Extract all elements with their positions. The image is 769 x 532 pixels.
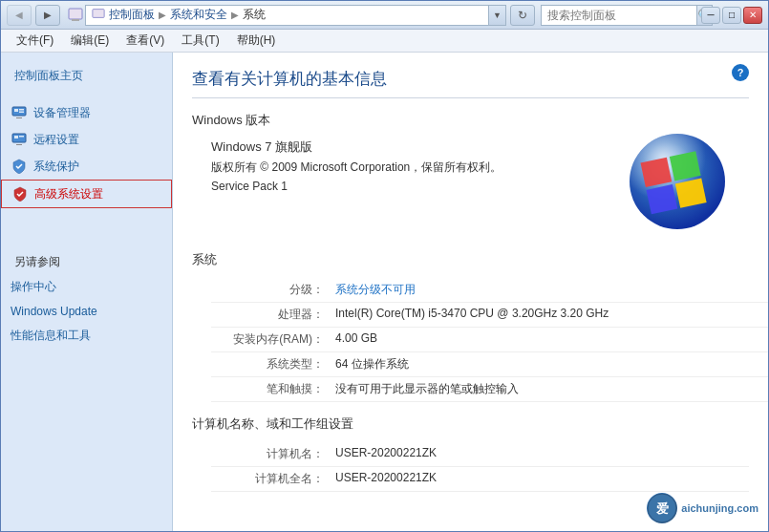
path-sep-1: ▶ <box>159 10 166 20</box>
svg-rect-11 <box>16 144 22 145</box>
windows-logo <box>625 129 730 234</box>
table-row: 系统类型： 64 位操作系统 <box>211 352 768 377</box>
device-manager-label: 设备管理器 <box>33 105 91 121</box>
search-bar: 🔍 <box>541 5 694 26</box>
label-touch: 笔和触摸： <box>211 381 335 397</box>
system-table: 分级： 系统分级不可用 处理器： Intel(R) Core(TM) i5-34… <box>211 278 768 402</box>
minimize-button[interactable]: ─ <box>701 7 720 24</box>
help-icon[interactable]: ? <box>732 64 749 81</box>
forward-button[interactable]: ▶ <box>35 5 60 26</box>
path-sep-2: ▶ <box>231 10 239 20</box>
address-path[interactable]: 控制面板 ▶ 系统和安全 ▶ 系统 <box>85 5 489 26</box>
back-button[interactable]: ◀ <box>7 5 32 26</box>
sidebar-home-link[interactable]: 控制面板主页 <box>1 62 172 90</box>
sidebar-other-section: 另请参阅 操作中心 Windows Update 性能信息和工具 <box>1 245 172 349</box>
search-input[interactable] <box>541 5 696 26</box>
sidebar-other-label: 另请参阅 <box>1 245 172 274</box>
content-area: ? 查看有关计算机的基本信息 Windows 版本 Windows 7 旗舰版 … <box>173 53 768 531</box>
system-protection-icon <box>11 158 28 175</box>
value-compfullname: USER-20200221ZK <box>335 471 749 484</box>
label-cpu: 处理器： <box>211 307 335 323</box>
action-center-label: 操作中心 <box>11 279 56 295</box>
menu-help[interactable]: 帮助(H) <box>229 31 284 51</box>
value-rating[interactable]: 系统分级不可用 <box>335 282 768 298</box>
version-copy: 版权所有 © 2009 Microsoft Corporation，保留所有权利… <box>211 160 502 176</box>
watermark: 爱 aichunjing.com <box>647 493 758 523</box>
path-part-3[interactable]: 系统 <box>243 7 266 23</box>
address-icon <box>66 6 85 25</box>
nav-buttons: ◀ ▶ <box>7 5 60 26</box>
remote-settings-icon <box>11 131 28 148</box>
windows-update-label: Windows Update <box>11 305 97 318</box>
system-section: 系统 分级： 系统分级不可用 处理器： Intel(R) Core(TM) i5… <box>192 251 749 402</box>
sidebar-section-main: 设备管理器 远程设置 系统保护 <box>1 99 172 208</box>
title-bar: ◀ ▶ 控制面板 ▶ 系统和安全 ▶ 系统 ▼ ↻ 🔍 <box>1 1 768 30</box>
value-ram: 4.00 GB <box>335 331 768 345</box>
svg-rect-9 <box>14 136 18 138</box>
advanced-settings-icon <box>11 185 29 202</box>
refresh-button[interactable]: ↻ <box>510 5 535 26</box>
svg-rect-6 <box>19 112 24 114</box>
sidebar-item-advanced-settings[interactable]: 高级系统设置 <box>1 180 172 208</box>
svg-rect-4 <box>14 109 18 112</box>
path-icon <box>92 7 105 23</box>
sidebar-item-device-manager[interactable]: 设备管理器 <box>1 99 172 126</box>
menu-tools[interactable]: 工具(T) <box>174 31 226 51</box>
table-row: 计算机名： USER-20200221ZK <box>211 442 749 467</box>
system-protection-label: 系统保护 <box>33 159 79 175</box>
device-manager-icon <box>11 104 28 121</box>
sidebar-item-perf-info[interactable]: 性能信息和工具 <box>1 323 172 349</box>
page-title: 查看有关计算机的基本信息 <box>192 68 749 98</box>
menu-file[interactable]: 文件(F) <box>9 31 61 51</box>
menu-view[interactable]: 查看(V) <box>118 31 172 51</box>
table-row: 处理器： Intel(R) Core(TM) i5-3470 CPU @ 3.2… <box>211 303 768 328</box>
svg-point-13 <box>630 134 725 229</box>
version-name: Windows 7 旗舰版 <box>211 138 502 156</box>
menu-bar: 文件(F) 编辑(E) 查看(V) 工具(T) 帮助(H) <box>1 30 768 53</box>
svg-rect-2 <box>93 10 104 18</box>
service-pack: Service Pack 1 <box>211 180 502 193</box>
address-bar: 控制面板 ▶ 系统和安全 ▶ 系统 ▼ ↻ <box>66 5 535 26</box>
watermark-logo: 爱 <box>647 493 677 523</box>
value-systype: 64 位操作系统 <box>335 356 768 372</box>
path-part-2[interactable]: 系统和安全 <box>170 7 227 23</box>
label-systype: 系统类型： <box>211 356 335 372</box>
main-window: ◀ ▶ 控制面板 ▶ 系统和安全 ▶ 系统 ▼ ↻ 🔍 <box>0 0 769 532</box>
windows-version-section-title: Windows 版本 <box>192 112 749 129</box>
maximize-button[interactable]: □ <box>722 7 741 24</box>
svg-rect-1 <box>72 19 79 21</box>
remote-settings-label: 远程设置 <box>33 132 79 148</box>
windows-version-info: Windows 7 旗舰版 版权所有 © 2009 Microsoft Corp… <box>211 138 502 193</box>
table-row: 笔和触摸： 没有可用于此显示器的笔或触控输入 <box>211 377 768 402</box>
computer-section: 计算机名称、域和工作组设置 计算机名： USER-20200221ZK 计算机全… <box>192 415 749 492</box>
label-compfullname: 计算机全名： <box>211 471 335 487</box>
svg-rect-5 <box>19 109 24 111</box>
sidebar: 控制面板主页 设备管理器 远程设置 <box>1 53 173 531</box>
value-touch: 没有可用于此显示器的笔或触控输入 <box>335 381 768 397</box>
main-area: 控制面板主页 设备管理器 远程设置 <box>1 53 768 531</box>
menu-edit[interactable]: 编辑(E) <box>63 31 117 51</box>
value-compname: USER-20200221ZK <box>335 446 749 459</box>
table-row: 计算机全名： USER-20200221ZK <box>211 467 749 492</box>
watermark-text: aichunjing.com <box>681 502 758 514</box>
close-button[interactable]: ✕ <box>743 7 762 24</box>
sidebar-item-windows-update[interactable]: Windows Update <box>1 300 172 323</box>
sidebar-item-system-protection[interactable]: 系统保护 <box>1 153 172 180</box>
svg-rect-7 <box>16 117 22 118</box>
window-controls: ─ □ ✕ <box>701 7 762 24</box>
path-dropdown[interactable]: ▼ <box>489 5 506 26</box>
label-rating: 分级： <box>211 282 335 298</box>
table-row: 分级： 系统分级不可用 <box>211 278 768 303</box>
svg-text:爱: 爱 <box>656 501 669 516</box>
value-cpu: Intel(R) Core(TM) i5-3470 CPU @ 3.20GHz … <box>335 307 768 320</box>
sidebar-item-action-center[interactable]: 操作中心 <box>1 274 172 300</box>
path-part-1[interactable]: 控制面板 <box>109 7 155 23</box>
version-row: Windows 7 旗舰版 版权所有 © 2009 Microsoft Corp… <box>192 138 749 234</box>
comp-section-title: 计算机名称、域和工作组设置 <box>192 415 749 433</box>
label-compname: 计算机名： <box>211 446 335 462</box>
sidebar-item-remote-settings[interactable]: 远程设置 <box>1 126 172 153</box>
perf-info-label: 性能信息和工具 <box>11 328 91 344</box>
table-row: 安装内存(RAM)： 4.00 GB <box>211 328 768 352</box>
svg-rect-10 <box>19 136 24 138</box>
advanced-settings-label: 高级系统设置 <box>34 186 103 202</box>
